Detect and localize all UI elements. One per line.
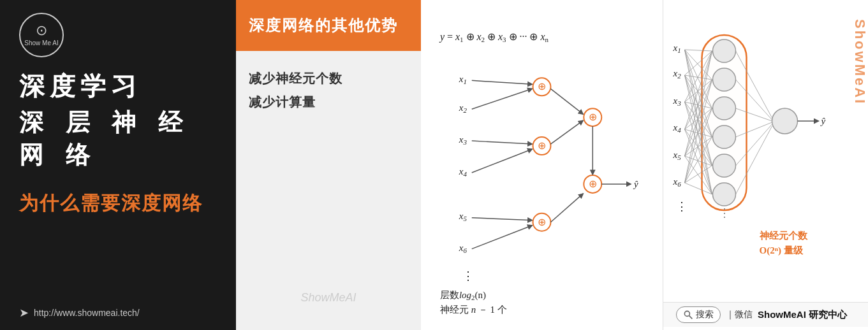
svg-text:x6: x6	[673, 176, 682, 188]
link-text: http://www.showmeai.tech/	[34, 308, 140, 318]
svg-text:O(2ⁿ) 量级: O(2ⁿ) 量级	[760, 245, 804, 256]
title-deep-learning: 深度学习	[19, 69, 142, 104]
svg-line-9	[472, 89, 533, 109]
svg-text:x1: x1	[459, 74, 467, 85]
orange-header: 深度网络的其他优势	[236, 0, 421, 51]
diagram-panel: y = x1 ⊕ x2 ⊕ x3 ⊕ ··· ⊕ xn x1 x2 x3 x4 …	[421, 0, 663, 330]
svg-text:层数log2(n): 层数log2(n)	[440, 290, 486, 301]
middle-watermark: ShowMeAI	[300, 291, 356, 305]
search-box[interactable]: 搜索	[676, 306, 721, 323]
svg-text:x3: x3	[673, 96, 682, 107]
svg-point-44	[713, 154, 736, 177]
svg-text:神经元个数: 神经元个数	[759, 230, 808, 241]
header-text: 深度网络的其他优势	[249, 15, 398, 36]
svg-line-11	[472, 149, 533, 173]
svg-line-8	[472, 80, 533, 84]
bullet-reduce-compute: 减少计算量	[249, 94, 408, 111]
search-label: 搜索	[696, 309, 714, 320]
nn-panel: x1 x2 x3 x4 x5 x6 ⋮ ⋮	[663, 0, 868, 330]
svg-text:⋮: ⋮	[719, 206, 730, 219]
svg-text:x6: x6	[459, 243, 467, 254]
svg-line-12	[472, 218, 533, 220]
svg-text:x1: x1	[673, 43, 681, 54]
svg-line-10	[472, 141, 533, 144]
svg-text:ŷ: ŷ	[820, 116, 826, 126]
svg-text:⊕: ⊕	[589, 111, 597, 122]
svg-text:x2: x2	[459, 103, 467, 114]
xor-tree-diagram: y = x1 ⊕ x2 ⊕ x3 ⊕ ··· ⊕ xn x1 x2 x3 x4 …	[421, 0, 663, 330]
middle-panel: 深度网络的其他优势 减少神经元个数 减少计算量 ShowMeAI	[236, 0, 421, 330]
svg-text:x5: x5	[673, 150, 682, 161]
logo-area: ⊙ Show Me AI	[19, 13, 64, 57]
svg-text:⊕: ⊕	[538, 217, 546, 227]
svg-point-42	[713, 97, 736, 120]
svg-point-43	[713, 126, 736, 148]
logo-text: Show Me AI	[24, 39, 58, 47]
svg-text:x3: x3	[459, 134, 467, 146]
bullet-reduce-neurons: 减少神经元个数	[249, 70, 408, 87]
svg-text:⋮: ⋮	[462, 269, 474, 282]
svg-text:ŷ: ŷ	[633, 179, 638, 189]
svg-point-45	[713, 183, 736, 206]
svg-text:⊕: ⊕	[589, 178, 597, 189]
svg-text:⊕: ⊕	[538, 81, 546, 92]
svg-line-24	[550, 194, 583, 222]
footer-bar: 搜索 ｜微信 ShowMeAI 研究中心	[663, 302, 868, 327]
svg-line-20	[550, 89, 583, 114]
subtitle-why: 为什么需要深度网络	[19, 190, 203, 217]
svg-point-95	[684, 311, 689, 316]
svg-text:⋮: ⋮	[676, 200, 688, 213]
credit-line: 吴恩达 | 深度学习专项课程 · 全套笔记解读 by 韩信子@ShowMeAI	[663, 327, 868, 330]
svg-text:y
       = 
      x1 ⊕ 
      : y = x1 ⊕ x2 ⊕ x3 ⊕ ··· ⊕ xn	[439, 31, 549, 44]
svg-text:⊕: ⊕	[538, 140, 546, 151]
svg-text:x4: x4	[459, 166, 467, 178]
svg-text:x4: x4	[673, 122, 682, 134]
middle-content: 减少神经元个数 减少计算量	[236, 51, 421, 330]
svg-line-96	[689, 316, 693, 319]
svg-text:ShowMeAI: ShowMeAI	[852, 19, 868, 105]
link-icon: ➤	[19, 306, 29, 320]
title-neural-network: 深 层 神 经 网 络	[19, 106, 217, 171]
svg-line-21	[550, 120, 583, 144]
logo-circle: ⊙ Show Me AI	[19, 13, 64, 57]
logo-icon: ⊙	[36, 24, 47, 38]
svg-point-41	[713, 68, 736, 91]
left-panel: ⊙ Show Me AI 深度学习 深 层 神 经 网 络 为什么需要深度网络 …	[0, 0, 236, 330]
bottom-link[interactable]: ➤ http://www.showmeai.tech/	[19, 299, 140, 320]
svg-text:神经元 n － 1 个: 神经元 n － 1 个	[440, 305, 507, 315]
svg-point-40	[713, 39, 736, 62]
brand-label: ShowMeAI 研究中心	[758, 309, 847, 321]
nn-content: x1 x2 x3 x4 x5 x6 ⋮ ⋮	[663, 0, 868, 302]
separator-label: ｜微信	[726, 309, 753, 320]
svg-text:x5: x5	[459, 211, 467, 222]
search-icon	[683, 310, 693, 320]
svg-point-47	[772, 108, 798, 134]
svg-text:x2: x2	[673, 68, 682, 80]
neural-network-diagram: x1 x2 x3 x4 x5 x6 ⋮ ⋮	[663, 0, 868, 299]
svg-line-13	[472, 226, 533, 249]
